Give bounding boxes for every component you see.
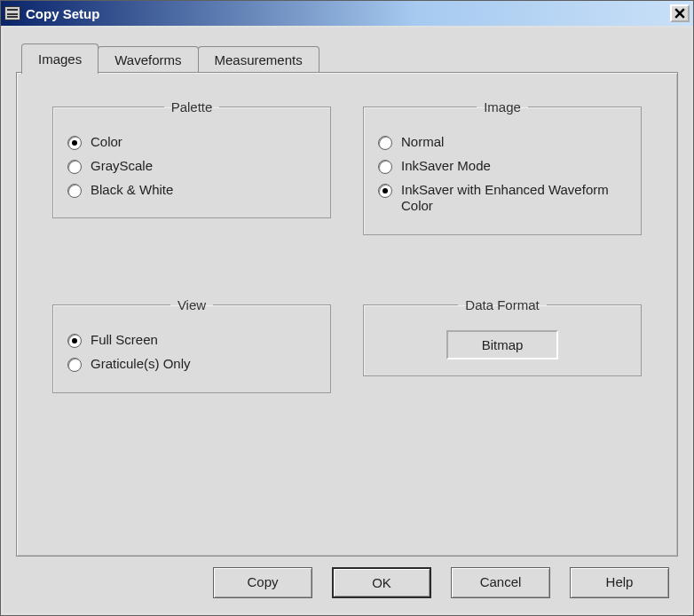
tab-measurements-label: Measurements: [215, 52, 303, 67]
radio-icon: [67, 184, 82, 198]
tab-strip: Images Waveforms Measurements: [21, 43, 678, 73]
radio-palette-bw[interactable]: Black & White: [67, 182, 316, 199]
radio-icon: [67, 160, 82, 174]
help-button[interactable]: Help: [570, 567, 669, 598]
copy-button-label: Copy: [247, 574, 278, 589]
radio-icon: [67, 334, 82, 348]
group-data-format-legend: Data Format: [458, 297, 546, 312]
ok-button[interactable]: OK: [332, 567, 431, 598]
radio-icon: [378, 184, 392, 198]
data-format-button[interactable]: Bitmap: [446, 330, 558, 359]
radio-icon: [67, 358, 82, 372]
radio-icon: [378, 136, 392, 150]
radio-label: Normal: [401, 134, 444, 151]
button-bar: Copy OK Cancel Help: [213, 567, 669, 598]
radio-label: Full Screen: [91, 332, 158, 349]
radio-image-inksaver-enhanced[interactable]: InkSaver with Enhanced Waveform Color: [378, 182, 627, 216]
radio-image-normal[interactable]: Normal: [378, 134, 627, 151]
group-image-legend: Image: [477, 99, 528, 115]
client-area: Images Waveforms Measurements Palette Co…: [4, 28, 690, 612]
group-data-format: Data Format Bitmap: [363, 297, 642, 376]
radio-palette-color[interactable]: Color: [67, 134, 316, 151]
copy-button[interactable]: Copy: [213, 567, 312, 598]
radio-view-fullscreen[interactable]: Full Screen: [67, 332, 316, 349]
help-button-label: Help: [606, 574, 634, 589]
tab-images[interactable]: Images: [21, 43, 99, 74]
cancel-button-label: Cancel: [480, 574, 522, 589]
radio-icon: [378, 160, 392, 174]
radio-label: InkSaver Mode: [401, 158, 491, 175]
radio-icon: [67, 136, 82, 150]
group-view: View Full Screen Graticule(s) Only: [52, 297, 331, 393]
tab-waveforms-label: Waveforms: [114, 52, 181, 67]
radio-label: Graticule(s) Only: [91, 356, 191, 373]
group-view-legend: View: [170, 297, 213, 312]
dialog-window: Copy Setup Images Waveforms Measurements: [0, 0, 694, 616]
close-icon: [674, 8, 685, 19]
data-format-value: Bitmap: [482, 337, 524, 352]
radio-palette-grayscale[interactable]: GrayScale: [67, 158, 316, 175]
tab-panel-images: Palette Color GrayScale Black & White: [16, 72, 678, 557]
system-menu-icon[interactable]: [4, 6, 20, 20]
tab-measurements[interactable]: Measurements: [198, 46, 319, 73]
close-button[interactable]: [670, 4, 690, 22]
group-palette-legend: Palette: [164, 99, 220, 115]
radio-label: Color: [91, 134, 122, 151]
ok-button-label: OK: [372, 575, 391, 590]
tab-waveforms[interactable]: Waveforms: [98, 46, 198, 73]
radio-label: Black & White: [91, 182, 173, 199]
tab-images-label: Images: [38, 51, 82, 67]
radio-label: InkSaver with Enhanced Waveform Color: [401, 182, 627, 216]
group-image: Image Normal InkSaver Mode InkSaver with…: [363, 99, 642, 235]
radio-image-inksaver[interactable]: InkSaver Mode: [378, 158, 627, 175]
radio-view-graticule[interactable]: Graticule(s) Only: [67, 356, 316, 373]
radio-label: GrayScale: [91, 158, 153, 175]
window-title: Copy Setup: [26, 6, 99, 21]
title-bar: Copy Setup: [1, 1, 693, 26]
group-palette: Palette Color GrayScale Black & White: [52, 99, 331, 218]
cancel-button[interactable]: Cancel: [451, 567, 550, 598]
